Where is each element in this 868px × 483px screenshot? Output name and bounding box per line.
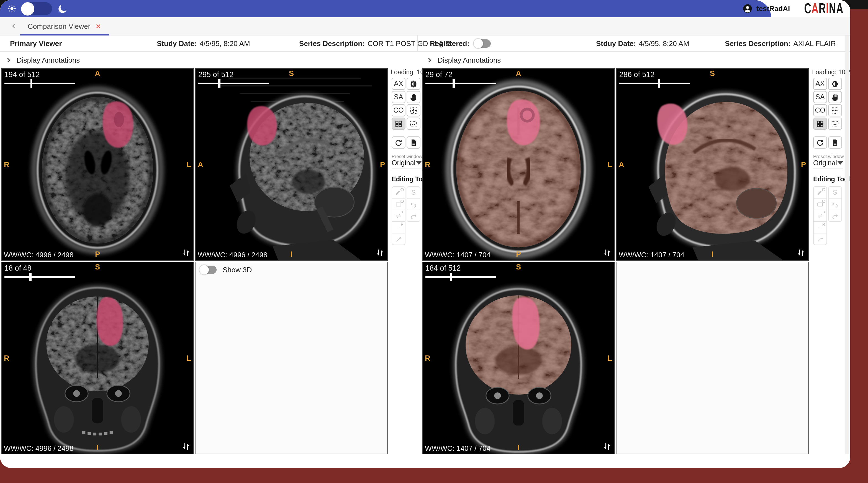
preset-window-label: Preset window [813,153,843,159]
redo-button[interactable] [407,209,421,222]
undo-button[interactable] [407,198,421,210]
flip-view-icon[interactable] [796,248,806,258]
slice-slider[interactable] [198,83,269,84]
slice-slider[interactable] [426,276,496,278]
theme-toggle-knob [21,2,34,15]
window-level-readout: WW/WC: 4996 / 2498 [4,444,73,453]
logo-letter: I [826,0,829,17]
viewport-left-axial[interactable]: 194 of 512 A P R L WW/WC: 4996 / 2498 [1,68,194,261]
slider-thumb[interactable] [30,79,32,88]
swap-tool-button[interactable] [813,209,827,222]
rectangle-tool-button[interactable] [392,198,405,210]
user-menu[interactable]: testRadAI [743,4,790,13]
orientation-bottom: I [517,444,520,452]
slice-slider[interactable] [426,83,496,84]
viewport-left-coronal[interactable]: 18 of 48 S I R L WW/WC: 4996 / 2498 [1,262,194,454]
smart-tool-button[interactable]: S [828,186,842,199]
tool-badge [822,188,825,191]
coronal-button[interactable]: CO [813,104,827,116]
reference-image-button[interactable] [828,118,842,130]
magic-wand-tool-button[interactable] [813,233,827,245]
slider-thumb[interactable] [453,79,455,88]
flip-view-icon[interactable] [375,248,385,258]
theme-toggle[interactable] [21,2,52,15]
layout-grid-button[interactable] [813,118,827,130]
axial-button[interactable]: AX [813,78,827,90]
display-annotations-label: Display Annotations [438,56,501,64]
slice-slider[interactable] [4,83,75,84]
window-level-readout: WW/WC: 4996 / 2498 [198,251,267,259]
slider-thumb[interactable] [450,273,452,281]
slice-slider[interactable] [619,83,690,84]
sagittal-button[interactable]: SA [392,91,405,103]
orientation-right: L [187,354,191,362]
brush-tool-button[interactable] [813,186,827,199]
show-3d-toggle[interactable] [200,266,217,274]
back-button[interactable] [9,21,19,31]
undo-button[interactable] [828,198,842,210]
window-level-button[interactable] [828,78,842,90]
slider-thumb[interactable] [30,273,32,281]
swap-tool-button[interactable] [392,209,405,222]
viewer-headers: Primary Viewer Study Date:4/5/95, 8:20 A… [0,35,850,52]
flip-view-icon[interactable] [181,442,191,451]
mri-axial-registered-image [423,69,614,260]
flip-view-icon[interactable] [602,442,612,451]
erase-line-tool-button[interactable]: R [813,221,827,233]
window-level-button[interactable] [407,78,421,90]
slider-thumb[interactable] [658,79,660,88]
scrollbar[interactable] [845,35,849,454]
brush-tool-button[interactable] [392,186,405,199]
viewport-left-sagittal[interactable]: 295 of 512 S I A P WW/WC: 4996 / 2498 [195,68,388,261]
window-level-readout: WW/WC: 4996 / 2498 [4,251,73,259]
flip-view-icon[interactable] [602,248,612,258]
orientation-left: R [425,160,430,169]
viewport-right-empty [616,262,809,454]
display-annotations-right[interactable]: Display Annotations [427,56,501,64]
grid-2x2-icon [816,119,824,128]
orientation-left: R [425,354,430,362]
flip-view-icon[interactable] [181,248,191,258]
orientation-top: S [289,69,294,78]
left-viewer-toolbar: Loading: 100% AX SA CO Preset window Ori… [392,68,422,245]
registered-toggle[interactable] [474,39,491,48]
axial-button[interactable]: AX [392,78,405,90]
display-annotations-left[interactable]: Display Annotations [5,56,80,64]
smart-tool-button[interactable]: S [407,186,421,199]
close-tab-icon[interactable] [95,23,101,29]
orientation-bottom: P [95,250,100,258]
sagittal-button[interactable]: SA [813,91,827,103]
orientation-right: L [608,160,612,169]
reference-image-button[interactable] [407,118,421,130]
report-button[interactable] [828,136,842,149]
orientation-left: R [4,160,9,169]
chevron-right-icon [5,57,12,63]
crosshair-button[interactable] [828,104,842,116]
coronal-button[interactable]: CO [392,104,405,116]
rectangle-tool-button[interactable] [813,198,827,210]
magic-wand-icon [395,235,402,243]
erase-line-tool-button[interactable]: R [392,221,405,233]
viewport-right-axial[interactable]: 29 of 72 A P R L WW/WC: 1407 / 704 [422,68,615,261]
tab-comparison-viewer[interactable]: Comparison Viewer [20,17,109,35]
logo-letter: R [819,0,826,17]
orientation-top: S [710,69,715,78]
pan-button[interactable] [407,91,421,103]
study-date: Stduy Date:4/5/95, 8:20 AM [596,35,689,51]
carina-logo: CARINA [804,0,844,17]
redo-button[interactable] [828,209,842,222]
preset-window-select[interactable]: Preset window Original [813,153,843,169]
reset-button[interactable] [813,136,827,149]
pan-button[interactable] [828,91,842,103]
slider-thumb[interactable] [219,79,220,88]
viewport-right-coronal[interactable]: 184 of 512 S I R L WW/WC: 1407 / 704 [422,262,615,454]
editing-tools-title: Editing Tools [392,175,422,183]
layout-grid-button[interactable] [392,118,405,130]
slice-slider[interactable] [4,276,75,278]
report-button[interactable] [407,136,421,149]
magic-wand-tool-button[interactable] [392,233,405,245]
preset-window-select[interactable]: Preset window Original [392,153,422,169]
viewport-right-sagittal[interactable]: 286 of 512 S I A P WW/WC: 1407 / 704 [616,68,809,261]
reset-button[interactable] [392,136,405,149]
crosshair-button[interactable] [407,104,421,116]
